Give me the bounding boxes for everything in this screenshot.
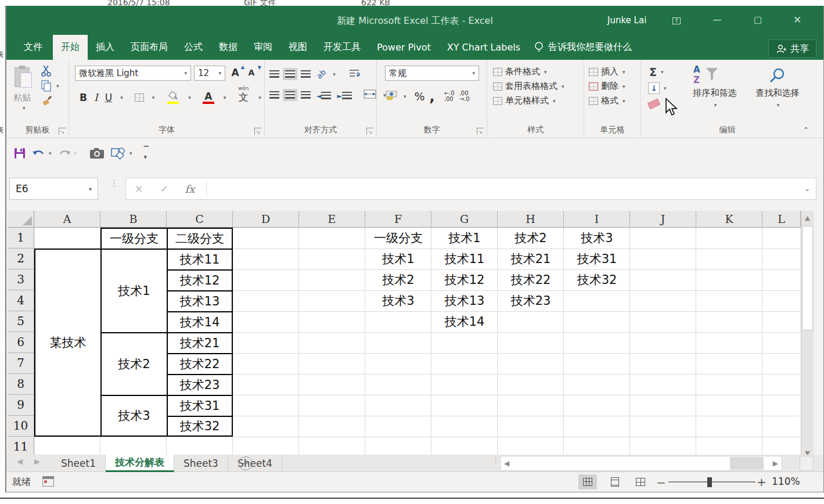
page-break-view-button[interactable] — [631, 474, 650, 489]
col-header-L[interactable]: L — [762, 211, 801, 227]
alignment-dialog-launcher[interactable]: ↘ — [366, 128, 373, 135]
cell-C1[interactable]: 二级分支 — [167, 228, 233, 249]
phonetic-icon[interactable]: wén 文 — [236, 91, 250, 105]
cell-I1[interactable]: 技术3 — [564, 228, 630, 249]
percent-icon[interactable]: % — [415, 90, 425, 103]
accounting-dropdown[interactable]: ▾ — [404, 93, 406, 99]
phonetic-dropdown[interactable]: ▾ — [258, 95, 261, 100]
col-header-E[interactable]: E — [299, 211, 365, 227]
formula-bar-expand-icon[interactable]: ⌄ — [798, 185, 816, 193]
select-all-corner[interactable] — [8, 211, 34, 228]
increase-decimal-icon[interactable]: ←.0.00 — [444, 91, 455, 102]
undo-icon[interactable]: ▾ — [32, 148, 52, 159]
enter-icon[interactable]: ✓ — [152, 183, 177, 195]
tab-file[interactable]: 文件 — [13, 35, 53, 60]
tab-插入[interactable]: 插入 — [88, 35, 123, 60]
tab-开始[interactable]: 开始 — [53, 35, 88, 60]
col-header-B[interactable]: B — [100, 211, 167, 227]
sort-filter-button[interactable]: A Z 排序和筛选 ▾ — [683, 63, 747, 109]
underline-dropdown[interactable]: ▾ — [120, 95, 123, 100]
cell-G1[interactable]: 技术1 — [431, 228, 498, 249]
fill-color-icon[interactable] — [166, 91, 180, 105]
menu-删除[interactable]: 删除▾ — [589, 79, 625, 93]
align-top-icon[interactable] — [269, 70, 279, 78]
horizontal-scrollbar[interactable]: ◀ ▶ — [500, 456, 782, 471]
maximize-icon[interactable]: ▢ — [750, 13, 766, 27]
zoom-slider[interactable] — [668, 481, 755, 483]
save-icon[interactable] — [13, 147, 26, 160]
bold-icon[interactable]: B — [80, 92, 87, 103]
macro-record-icon[interactable] — [42, 476, 54, 487]
paste-icon[interactable] — [15, 66, 34, 90]
cell-B9[interactable]: 技术3 — [100, 395, 167, 437]
camera-icon[interactable] — [89, 147, 105, 159]
row-header-4[interactable]: 4 — [8, 290, 34, 311]
decrease-indent-icon[interactable]: ◄ — [316, 90, 331, 100]
tab-页面布局[interactable]: 页面布局 — [123, 35, 176, 60]
wrap-text-icon[interactable] — [348, 69, 360, 80]
close-icon[interactable]: ✕ — [789, 13, 805, 27]
formula-bar-splitter[interactable]: ⋮ — [110, 181, 118, 185]
menu-格式[interactable]: 格式▾ — [589, 93, 625, 108]
clipboard-dialog-launcher[interactable]: ↘ — [59, 128, 66, 135]
col-header-J[interactable]: J — [630, 211, 696, 227]
cut-icon[interactable] — [40, 64, 53, 80]
row-header-11[interactable]: 11 — [8, 437, 34, 455]
font-color-icon[interactable]: A — [201, 91, 215, 105]
cell-C4[interactable]: 技术13 — [167, 290, 233, 311]
cell-H4[interactable]: 技术23 — [498, 290, 564, 311]
cell-C6[interactable]: 技术21 — [167, 332, 233, 353]
cell-F4[interactable]: 技术3 — [365, 290, 431, 311]
normal-view-button[interactable] — [578, 474, 597, 489]
cell-C10[interactable]: 技术32 — [167, 416, 233, 437]
tab-XY Chart Labels[interactable]: XY Chart Labels — [439, 35, 528, 60]
cell-H3[interactable]: 技术22 — [498, 269, 564, 290]
row-header-8[interactable]: 8 — [8, 374, 34, 395]
shapes-icon[interactable]: ▾ — [110, 147, 132, 160]
col-header-C[interactable]: C — [167, 211, 233, 227]
vertical-scrollbar[interactable]: ▲ ▼ — [801, 211, 814, 460]
copy-icon[interactable] — [40, 80, 53, 95]
qat-customize-icon[interactable]: ▔▾ — [144, 146, 149, 161]
cell-F1[interactable]: 一级分支 — [365, 228, 431, 249]
cell-C3[interactable]: 技术12 — [167, 269, 233, 290]
menu-条件格式[interactable]: 条件格式▾ — [493, 64, 564, 79]
redo-dropdown[interactable]: ▾ — [74, 150, 77, 156]
cell-G2[interactable]: 技术11 — [431, 249, 498, 269]
cell-B2[interactable]: 技术1 — [100, 249, 167, 332]
col-header-F[interactable]: F — [365, 211, 431, 227]
col-header-D[interactable]: D — [233, 211, 299, 227]
comma-icon[interactable]: , — [430, 88, 435, 105]
cell-C2[interactable]: 技术11 — [167, 249, 233, 269]
col-header-I[interactable]: I — [564, 211, 630, 227]
tab-开发工具[interactable]: 开发工具 — [315, 35, 369, 60]
sheet-tab-Sheet1[interactable]: Sheet1 — [52, 455, 106, 472]
row-header-6[interactable]: 6 — [8, 332, 34, 353]
format-painter-icon[interactable] — [41, 95, 54, 110]
sheet-tab-Sheet3[interactable]: Sheet3 — [174, 455, 228, 472]
ribbon-display-options-icon[interactable]: ↑ — [668, 13, 685, 27]
borders-dropdown[interactable]: ▾ — [152, 95, 155, 100]
sort-filter-dropdown[interactable]: ▾ — [714, 102, 717, 108]
font-color-dropdown[interactable]: ▾ — [224, 95, 226, 100]
cell-B6[interactable]: 技术2 — [100, 332, 167, 395]
cell-G3[interactable]: 技术12 — [431, 269, 498, 290]
merge-center-icon[interactable] — [364, 89, 376, 101]
cell-B1[interactable]: 一级分支 — [100, 228, 167, 249]
cell-I3[interactable]: 技术32 — [564, 269, 630, 290]
scroll-right-icon[interactable]: ▶ — [773, 459, 778, 467]
tab-数据[interactable]: 数据 — [211, 35, 246, 60]
cell-C9[interactable]: 技术31 — [167, 395, 233, 416]
borders-icon[interactable] — [135, 93, 144, 102]
tab-视图[interactable]: 视图 — [280, 35, 315, 60]
scroll-up-icon[interactable]: ▲ — [801, 214, 814, 222]
fill-dropdown[interactable]: ▾ — [664, 85, 667, 91]
cell-C8[interactable]: 技术23 — [167, 374, 233, 395]
sheet-tab-技术分解表[interactable]: 技术分解表 — [106, 455, 174, 472]
row-header-3[interactable]: 3 — [8, 269, 34, 290]
increase-indent-icon[interactable]: ► — [337, 90, 351, 100]
align-center-icon[interactable] — [285, 91, 295, 99]
sheet-nav-right-icon[interactable]: ▶ — [34, 457, 40, 466]
clear-icon[interactable] — [648, 99, 660, 110]
copy-dropdown[interactable]: ▾ — [56, 83, 59, 89]
